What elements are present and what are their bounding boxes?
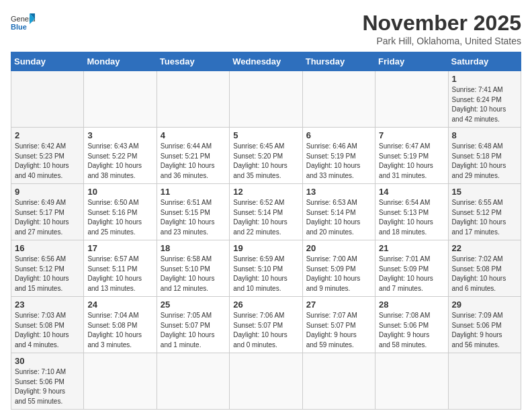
week-row-1: 1Sunrise: 7:41 AM Sunset: 6:24 PM Daylig… xyxy=(11,71,521,128)
day-info: Sunrise: 6:58 AM Sunset: 5:10 PM Dayligh… xyxy=(161,255,226,293)
day-info: Sunrise: 6:57 AM Sunset: 5:11 PM Dayligh… xyxy=(87,255,152,293)
page-header: General Blue November 2025 Park Hill, Ok… xyxy=(11,11,521,46)
day-number: 17 xyxy=(87,243,152,253)
day-info: Sunrise: 7:00 AM Sunset: 5:09 PM Dayligh… xyxy=(306,255,371,293)
calendar-table: Sunday Monday Tuesday Wednesday Thursday… xyxy=(11,52,521,410)
table-cell: 17Sunrise: 6:57 AM Sunset: 5:11 PM Dayli… xyxy=(84,240,157,297)
table-cell xyxy=(157,353,229,410)
day-number: 29 xyxy=(452,300,517,310)
day-number: 28 xyxy=(379,300,444,310)
table-cell: 29Sunrise: 7:09 AM Sunset: 5:06 PM Dayli… xyxy=(448,297,521,353)
logo-icon: General Blue xyxy=(11,11,35,35)
day-info: Sunrise: 7:05 AM Sunset: 5:07 PM Dayligh… xyxy=(161,311,226,350)
day-number: 21 xyxy=(379,243,444,253)
table-cell: 6Sunrise: 6:46 AM Sunset: 5:19 PM Daylig… xyxy=(302,128,375,184)
svg-text:Blue: Blue xyxy=(11,23,27,31)
table-cell: 14Sunrise: 6:54 AM Sunset: 5:13 PM Dayli… xyxy=(375,184,448,240)
table-cell: 21Sunrise: 7:01 AM Sunset: 5:09 PM Dayli… xyxy=(375,240,448,297)
table-cell xyxy=(375,71,448,128)
day-number: 13 xyxy=(306,187,371,197)
day-number: 18 xyxy=(161,243,226,253)
week-row-3: 9Sunrise: 6:49 AM Sunset: 5:17 PM Daylig… xyxy=(11,184,521,240)
table-cell xyxy=(448,353,521,410)
table-cell: 22Sunrise: 7:02 AM Sunset: 5:08 PM Dayli… xyxy=(448,240,521,297)
col-friday: Friday xyxy=(375,52,448,71)
day-number: 16 xyxy=(15,243,80,253)
day-number: 8 xyxy=(452,130,517,140)
table-cell xyxy=(302,353,375,410)
day-number: 10 xyxy=(87,187,152,197)
table-cell xyxy=(11,71,84,128)
day-number: 14 xyxy=(379,187,444,197)
day-info: Sunrise: 6:43 AM Sunset: 5:22 PM Dayligh… xyxy=(87,142,152,181)
day-number: 23 xyxy=(15,300,80,310)
day-info: Sunrise: 6:56 AM Sunset: 5:12 PM Dayligh… xyxy=(15,255,80,293)
week-row-5: 23Sunrise: 7:03 AM Sunset: 5:08 PM Dayli… xyxy=(11,297,521,353)
table-cell xyxy=(84,353,157,410)
week-row-2: 2Sunrise: 6:42 AM Sunset: 5:23 PM Daylig… xyxy=(11,128,521,184)
calendar-subtitle: Park Hill, Oklahoma, United States xyxy=(362,36,521,46)
day-number: 3 xyxy=(87,130,152,140)
table-cell: 7Sunrise: 6:47 AM Sunset: 5:19 PM Daylig… xyxy=(375,128,448,184)
day-info: Sunrise: 6:59 AM Sunset: 5:10 PM Dayligh… xyxy=(233,255,298,293)
day-number: 9 xyxy=(15,187,80,197)
day-info: Sunrise: 6:45 AM Sunset: 5:20 PM Dayligh… xyxy=(233,142,298,181)
logo: General Blue xyxy=(11,11,35,35)
day-number: 4 xyxy=(161,130,226,140)
day-number: 11 xyxy=(161,187,226,197)
table-cell: 5Sunrise: 6:45 AM Sunset: 5:20 PM Daylig… xyxy=(230,128,302,184)
day-number: 12 xyxy=(233,187,298,197)
table-cell xyxy=(302,71,375,128)
day-info: Sunrise: 7:06 AM Sunset: 5:07 PM Dayligh… xyxy=(233,311,298,350)
calendar-title: November 2025 xyxy=(362,11,521,36)
day-number: 26 xyxy=(233,300,298,310)
table-cell: 28Sunrise: 7:08 AM Sunset: 5:06 PM Dayli… xyxy=(375,297,448,353)
header-row: Sunday Monday Tuesday Wednesday Thursday… xyxy=(11,52,521,71)
table-cell: 1Sunrise: 7:41 AM Sunset: 6:24 PM Daylig… xyxy=(448,71,521,128)
table-cell: 25Sunrise: 7:05 AM Sunset: 5:07 PM Dayli… xyxy=(157,297,229,353)
day-info: Sunrise: 6:53 AM Sunset: 5:14 PM Dayligh… xyxy=(306,198,371,237)
table-cell: 26Sunrise: 7:06 AM Sunset: 5:07 PM Dayli… xyxy=(230,297,302,353)
day-info: Sunrise: 6:49 AM Sunset: 5:17 PM Dayligh… xyxy=(15,198,80,237)
col-sunday: Sunday xyxy=(11,52,84,71)
table-cell: 15Sunrise: 6:55 AM Sunset: 5:12 PM Dayli… xyxy=(448,184,521,240)
day-info: Sunrise: 6:42 AM Sunset: 5:23 PM Dayligh… xyxy=(15,142,80,181)
day-number: 6 xyxy=(306,130,371,140)
table-cell: 12Sunrise: 6:52 AM Sunset: 5:14 PM Dayli… xyxy=(230,184,302,240)
table-cell xyxy=(230,71,302,128)
day-number: 30 xyxy=(15,356,80,366)
col-thursday: Thursday xyxy=(302,52,375,71)
col-monday: Monday xyxy=(84,52,157,71)
table-cell: 16Sunrise: 6:56 AM Sunset: 5:12 PM Dayli… xyxy=(11,240,84,297)
day-number: 19 xyxy=(233,243,298,253)
table-cell: 23Sunrise: 7:03 AM Sunset: 5:08 PM Dayli… xyxy=(11,297,84,353)
day-number: 7 xyxy=(379,130,444,140)
day-info: Sunrise: 6:50 AM Sunset: 5:16 PM Dayligh… xyxy=(87,198,152,237)
table-cell: 8Sunrise: 6:48 AM Sunset: 5:18 PM Daylig… xyxy=(448,128,521,184)
table-cell: 24Sunrise: 7:04 AM Sunset: 5:08 PM Dayli… xyxy=(84,297,157,353)
day-number: 27 xyxy=(306,300,371,310)
day-info: Sunrise: 6:48 AM Sunset: 5:18 PM Dayligh… xyxy=(452,142,517,181)
day-info: Sunrise: 7:10 AM Sunset: 5:06 PM Dayligh… xyxy=(15,367,80,406)
table-cell: 27Sunrise: 7:07 AM Sunset: 5:07 PM Dayli… xyxy=(302,297,375,353)
table-cell: 13Sunrise: 6:53 AM Sunset: 5:14 PM Dayli… xyxy=(302,184,375,240)
table-cell: 3Sunrise: 6:43 AM Sunset: 5:22 PM Daylig… xyxy=(84,128,157,184)
table-cell xyxy=(375,353,448,410)
day-info: Sunrise: 6:47 AM Sunset: 5:19 PM Dayligh… xyxy=(379,142,444,181)
day-info: Sunrise: 7:07 AM Sunset: 5:07 PM Dayligh… xyxy=(306,311,371,350)
day-info: Sunrise: 6:46 AM Sunset: 5:19 PM Dayligh… xyxy=(306,142,371,181)
table-cell: 11Sunrise: 6:51 AM Sunset: 5:15 PM Dayli… xyxy=(157,184,229,240)
day-info: Sunrise: 7:01 AM Sunset: 5:09 PM Dayligh… xyxy=(379,255,444,293)
day-info: Sunrise: 6:51 AM Sunset: 5:15 PM Dayligh… xyxy=(161,198,226,237)
day-info: Sunrise: 7:02 AM Sunset: 5:08 PM Dayligh… xyxy=(452,255,517,293)
week-row-4: 16Sunrise: 6:56 AM Sunset: 5:12 PM Dayli… xyxy=(11,240,521,297)
table-cell: 2Sunrise: 6:42 AM Sunset: 5:23 PM Daylig… xyxy=(11,128,84,184)
title-block: November 2025 Park Hill, Oklahoma, Unite… xyxy=(362,11,521,46)
day-info: Sunrise: 7:08 AM Sunset: 5:06 PM Dayligh… xyxy=(379,311,444,350)
day-info: Sunrise: 6:55 AM Sunset: 5:12 PM Dayligh… xyxy=(452,198,517,237)
day-info: Sunrise: 7:04 AM Sunset: 5:08 PM Dayligh… xyxy=(87,311,152,350)
table-cell: 18Sunrise: 6:58 AM Sunset: 5:10 PM Dayli… xyxy=(157,240,229,297)
day-info: Sunrise: 6:54 AM Sunset: 5:13 PM Dayligh… xyxy=(379,198,444,237)
table-cell: 20Sunrise: 7:00 AM Sunset: 5:09 PM Dayli… xyxy=(302,240,375,297)
day-number: 20 xyxy=(306,243,371,253)
